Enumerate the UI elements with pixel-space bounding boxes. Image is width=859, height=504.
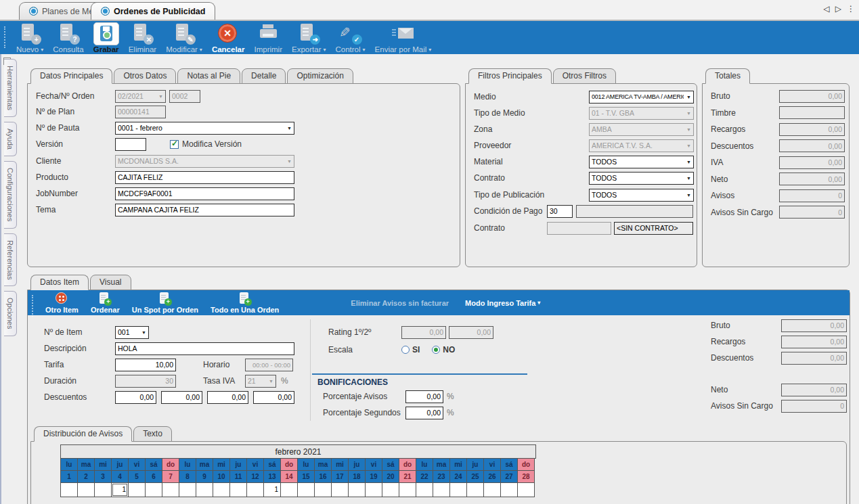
zona-combo[interactable]: AMBA — [589, 123, 694, 136]
plan-input[interactable]: 00000141 — [115, 106, 166, 118]
tipo-medio-combo[interactable]: 01 - T.V. GBA — [589, 107, 694, 120]
tab-otros-datos[interactable]: Otros Datos — [114, 68, 176, 84]
calendar-value-cell[interactable] — [484, 483, 501, 497]
calendar-value-cell[interactable] — [230, 483, 247, 497]
jobnumber-input[interactable]: MCDCF9AF0001 — [115, 187, 294, 200]
toolbar-button-cancelar[interactable]: ✕Cancelar — [207, 21, 250, 54]
contrato-numero-input[interactable] — [547, 222, 611, 235]
calendar-value-cell[interactable] — [78, 483, 95, 497]
toolbar-button-consulta[interactable]: ?Consulta — [48, 21, 88, 54]
item-total-value[interactable]: 0,00 — [781, 319, 847, 332]
sidebar-tab-ayuda[interactable]: Ayuda — [4, 122, 17, 156]
toolbar-button-exportar[interactable]: ➜Exportar▾ — [287, 21, 330, 54]
calendar-value-cell[interactable] — [281, 483, 298, 497]
modifica-version-checkbox[interactable] — [170, 140, 179, 149]
totales-value[interactable] — [779, 106, 845, 119]
item-toolbar-button-un-spot-por-orden[interactable]: Un Spot por Orden — [126, 292, 204, 314]
toolbar-button-nuevo[interactable]: +Nuevo▾ — [12, 21, 48, 54]
totales-value[interactable]: 0,00 — [779, 139, 845, 152]
tarifa-input[interactable]: 10,00 — [115, 359, 176, 371]
calendar-value-cell[interactable] — [349, 483, 366, 497]
item-toolbar-button-eliminar-avisos-sin-facturar[interactable]: Eliminar Avisos sin facturar — [345, 299, 455, 307]
toolbar-button-imprimir[interactable]: Imprimir — [249, 21, 287, 54]
item-total-value[interactable]: 0,00 — [781, 384, 847, 396]
porcentaje-avisos-input[interactable]: 0,00 — [405, 390, 443, 403]
sidebar-tab-referencias[interactable]: Referencias — [4, 233, 17, 287]
item-total-value[interactable]: 0 — [781, 400, 847, 413]
item-toolbar-button-todo-en-una-orden[interactable]: Todo en Una Orden — [204, 292, 285, 314]
tab-datos-item[interactable]: Datos Item — [30, 275, 89, 290]
tab-visual[interactable]: Visual — [90, 275, 131, 290]
calendar-value-cell[interactable] — [332, 483, 349, 497]
totales-value[interactable]: 0,00 — [779, 173, 845, 185]
porcentaje-segundos-input[interactable]: 0,00 — [405, 407, 443, 419]
calendar-value-cell[interactable] — [399, 483, 416, 497]
totales-value[interactable]: 0,00 — [779, 156, 845, 169]
calendar-value-cell[interactable] — [61, 483, 78, 497]
item-total-value[interactable]: 0,00 — [781, 336, 847, 348]
tab-detalle[interactable]: Detalle — [242, 68, 286, 84]
item-numero-combo[interactable]: 001 — [115, 326, 149, 339]
tipo-publicacion-combo[interactable]: TODOS — [589, 189, 694, 202]
descripcion-input[interactable]: HOLA — [115, 342, 294, 355]
calendar-value-cell[interactable] — [433, 483, 450, 497]
calendar-value-cell[interactable] — [129, 483, 146, 497]
totales-value[interactable]: 0 — [779, 189, 845, 202]
descuento-input-4[interactable]: 0,00 — [253, 391, 294, 404]
calendar-value-cell[interactable] — [315, 483, 332, 497]
tab-scroll-right-icon[interactable]: ▷ — [835, 4, 841, 14]
escala-no-radio[interactable] — [432, 346, 440, 354]
calendar-value-cell[interactable]: 1 — [112, 483, 129, 497]
orden-input[interactable]: 0002 — [169, 90, 200, 103]
tab-ordenes-de-publicidad[interactable]: Ordenes de Publicidad — [91, 2, 215, 20]
item-toolbar-button-ordenar[interactable]: Ordenar — [85, 292, 126, 314]
totales-value[interactable]: 0 — [779, 206, 845, 219]
sidebar-tab-configuraciones[interactable]: Configuraciones — [4, 161, 17, 229]
calendar-value-cell[interactable] — [162, 483, 179, 497]
toolbar-button-control[interactable]: ✎✓Control▾ — [330, 21, 370, 54]
calendar-value-cell[interactable]: 1 — [264, 483, 281, 497]
escala-si-radio[interactable] — [401, 346, 410, 354]
medio-combo[interactable]: 0012 AMERICA TV-AMBA / AMERICA T.V. S. — [589, 91, 694, 104]
calendar-value-cell[interactable] — [518, 483, 535, 497]
version-input[interactable] — [115, 138, 146, 151]
totales-value[interactable]: 0,00 — [779, 123, 845, 136]
toolbar-button-grabar[interactable]: Grabar — [89, 21, 124, 54]
descuento-input-3[interactable]: 0,00 — [207, 391, 248, 404]
calendar-value-cell[interactable] — [450, 483, 467, 497]
pauta-combo[interactable]: 0001 - febrero — [115, 122, 294, 135]
tab-totales[interactable]: Totales — [705, 68, 750, 84]
tema-input[interactable]: CAMPANA CAJITA FELIZ — [115, 204, 294, 216]
fecha-combo[interactable]: 02/2021 — [115, 90, 166, 103]
item-toolbar-button-modo-ingreso-tarifa[interactable]: Modo Ingreso Tarifa▾ — [459, 299, 546, 307]
rating-2-input[interactable]: 0,00 — [449, 326, 493, 339]
tab-optimizacion[interactable]: Optimización — [287, 68, 353, 84]
calendar-value-cell[interactable] — [366, 483, 382, 497]
calendar-value-cell[interactable] — [382, 483, 399, 497]
calendar-value-cell[interactable] — [95, 483, 112, 497]
toolbar-button-enviar-por-mail[interactable]: Enviar por Mail▾ — [370, 21, 437, 54]
tab-filtros-principales[interactable]: Filtros Principales — [468, 68, 552, 84]
tab-notas-al-pie[interactable]: Notas al Pie — [177, 68, 240, 84]
descuento-input-2[interactable]: 0,00 — [161, 391, 202, 404]
condicion-pago-input[interactable]: 30 — [547, 205, 573, 218]
calendar-value-cell[interactable] — [247, 483, 264, 497]
item-toolbar-button-otro-item[interactable]: Otro Item — [39, 292, 85, 314]
calendar-value-cell[interactable] — [146, 483, 162, 497]
tab-scroll-left-icon[interactable]: ◁ — [824, 4, 830, 14]
contrato-filtro-combo[interactable]: TODOS — [589, 172, 694, 185]
tab-overflow-icon[interactable]: ⋮ — [847, 4, 855, 14]
toolbar-button-modificar[interactable]: ✎Modificar▾ — [161, 21, 207, 54]
sidebar-tab-herramientas[interactable]: Herramientas — [4, 59, 17, 117]
horario-input[interactable]: 00:00 - 00:00 — [245, 359, 293, 371]
tab-distribucion-de-avisos[interactable]: Distribución de Avisos — [34, 426, 132, 442]
totales-value[interactable]: 0,00 — [779, 90, 845, 103]
tab-texto[interactable]: Texto — [133, 426, 172, 442]
tab-datos-principales[interactable]: Datos Principales — [30, 68, 112, 84]
descuento-input-1[interactable]: 0,00 — [115, 391, 156, 404]
condicion-pago-desc-input[interactable] — [576, 205, 693, 218]
toolbar-button-eliminar[interactable]: ✕Eliminar — [124, 21, 162, 54]
proveedor-combo[interactable]: AMERICA T.V. S.A. — [589, 139, 694, 152]
calendar-value-cell[interactable] — [213, 483, 230, 497]
calendar-value-cell[interactable] — [179, 483, 196, 497]
